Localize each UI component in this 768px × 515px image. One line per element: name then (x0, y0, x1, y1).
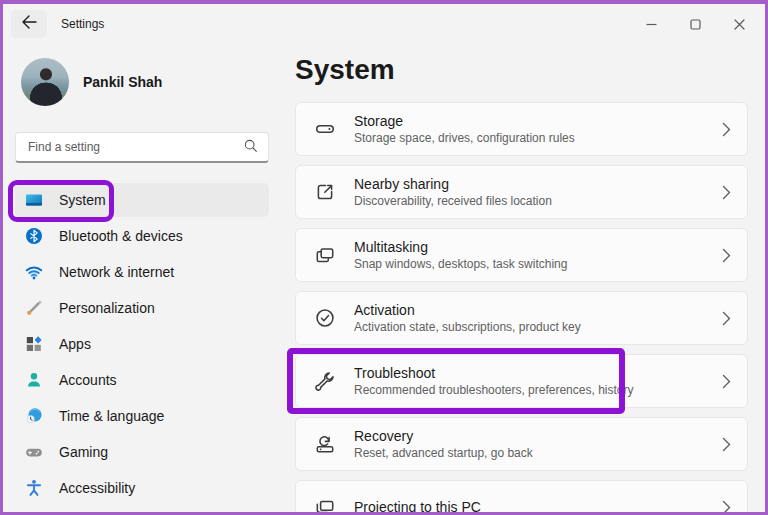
chevron-right-icon (722, 437, 731, 452)
chevron-right-icon (722, 248, 731, 263)
titlebar: Settings (3, 4, 765, 42)
maximize-button[interactable] (673, 10, 717, 38)
settings-row-subtitle: Snap windows, desktops, task switching (354, 257, 722, 271)
settings-row-subtitle: Recommended troubleshooters, preferences… (354, 383, 722, 397)
settings-row-text: ActivationActivation state, subscription… (354, 302, 722, 334)
chevron-right-icon (722, 122, 731, 137)
accessibility-icon (25, 479, 43, 497)
user-account-row[interactable]: Pankil Shah (21, 54, 283, 110)
sidebar-item-time-and-language[interactable]: Time & language (15, 399, 269, 433)
chevron-right-icon (722, 185, 731, 200)
settings-row-title: Multitasking (354, 239, 722, 255)
settings-row-nearby-sharing[interactable]: Nearby sharingDiscoverability, received … (295, 165, 748, 219)
network-icon (25, 263, 43, 281)
settings-list: StorageStorage space, drives, configurat… (295, 102, 748, 515)
nearby-sharing-icon (296, 181, 354, 203)
sidebar-item-label: Personalization (59, 300, 155, 316)
settings-row-title: Recovery (354, 428, 722, 444)
sidebar-item-label: Bluetooth & devices (59, 228, 183, 244)
activation-icon (296, 307, 354, 329)
main-panel: System StorageStorage space, drives, con… (283, 42, 765, 512)
minimize-button[interactable] (629, 10, 673, 38)
sidebar-item-accounts[interactable]: Accounts (15, 363, 269, 397)
chevron-right-icon (722, 500, 731, 515)
sidebar-item-label: Network & internet (59, 264, 174, 280)
apps-icon (25, 335, 43, 353)
sidebar-item-label: Time & language (59, 408, 164, 424)
page-title: System (295, 54, 748, 86)
settings-row-title: Nearby sharing (354, 176, 722, 192)
sidebar-item-system[interactable]: System (15, 183, 269, 217)
settings-row-title: Projecting to this PC (354, 499, 722, 515)
settings-row-subtitle: Storage space, drives, configuration rul… (354, 131, 722, 145)
minimize-icon (646, 19, 657, 30)
sidebar-item-label: Accounts (59, 372, 117, 388)
gaming-icon (25, 443, 43, 461)
search-box (15, 132, 269, 163)
settings-row-text: RecoveryReset, advanced startup, go back (354, 428, 722, 460)
recovery-icon (296, 433, 354, 455)
settings-row-subtitle: Discoverability, received files location (354, 194, 722, 208)
chevron-right-icon (722, 311, 731, 326)
back-arrow-icon (21, 15, 37, 33)
storage-icon (296, 118, 354, 140)
avatar (21, 58, 69, 106)
settings-row-title: Storage (354, 113, 722, 129)
sidebar-item-label: Apps (59, 336, 91, 352)
multitasking-icon (296, 244, 354, 266)
settings-row-text: Nearby sharingDiscoverability, received … (354, 176, 722, 208)
sidebar-item-label: Gaming (59, 444, 108, 460)
system-icon (25, 191, 43, 209)
search-input[interactable] (26, 139, 243, 155)
close-icon (734, 19, 745, 30)
settings-row-text: StorageStorage space, drives, configurat… (354, 113, 722, 145)
sidebar-item-apps[interactable]: Apps (15, 327, 269, 361)
sidebar-item-personalization[interactable]: Personalization (15, 291, 269, 325)
settings-window: Settings Pankil Shah (0, 0, 768, 515)
time-language-icon (25, 407, 43, 425)
sidebar-item-label: Accessibility (59, 480, 135, 496)
settings-row-activation[interactable]: ActivationActivation state, subscription… (295, 291, 748, 345)
settings-row-recovery[interactable]: RecoveryReset, advanced startup, go back (295, 417, 748, 471)
settings-row-text: MultitaskingSnap windows, desktops, task… (354, 239, 722, 271)
search-icon (243, 138, 258, 157)
sidebar-item-label: System (59, 192, 106, 208)
sidebar-item-bluetooth-and-devices[interactable]: Bluetooth & devices (15, 219, 269, 253)
settings-row-troubleshoot[interactable]: TroubleshootRecommended troubleshooters,… (295, 354, 748, 408)
sidebar-item-accessibility[interactable]: Accessibility (15, 471, 269, 505)
personalization-icon (25, 299, 43, 317)
close-button[interactable] (717, 10, 761, 38)
window-controls (629, 10, 761, 38)
chevron-right-icon (722, 374, 731, 389)
settings-row-storage[interactable]: StorageStorage space, drives, configurat… (295, 102, 748, 156)
maximize-icon (690, 19, 701, 30)
window-title: Settings (61, 17, 104, 31)
troubleshoot-icon (296, 370, 354, 392)
settings-row-text: TroubleshootRecommended troubleshooters,… (354, 365, 722, 397)
bluetooth-icon (25, 227, 43, 245)
settings-row-subtitle: Activation state, subscriptions, product… (354, 320, 722, 334)
settings-row-multitasking[interactable]: MultitaskingSnap windows, desktops, task… (295, 228, 748, 282)
sidebar-item-gaming[interactable]: Gaming (15, 435, 269, 469)
sidebar-nav: SystemBluetooth & devicesNetwork & inter… (3, 183, 283, 505)
user-name: Pankil Shah (83, 74, 162, 90)
sidebar: Pankil Shah SystemBluetooth & devicesNet… (3, 42, 283, 512)
projecting-icon (296, 496, 354, 515)
settings-row-title: Troubleshoot (354, 365, 722, 381)
settings-row-title: Activation (354, 302, 722, 318)
settings-row-projecting-to-this-pc[interactable]: Projecting to this PC (295, 480, 748, 515)
settings-row-subtitle: Reset, advanced startup, go back (354, 446, 722, 460)
settings-row-text: Projecting to this PC (354, 499, 722, 515)
sidebar-item-network-and-internet[interactable]: Network & internet (15, 255, 269, 289)
back-button[interactable] (11, 10, 47, 38)
accounts-icon (25, 371, 43, 389)
